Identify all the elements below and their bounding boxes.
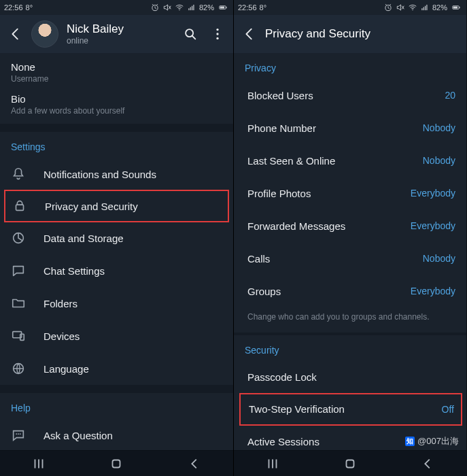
privacy-forwarded-messages[interactable]: Forwarded Messages Everybody bbox=[234, 209, 466, 242]
back-button[interactable] bbox=[8, 27, 23, 41]
status-battery: 82% bbox=[432, 3, 447, 12]
divider bbox=[0, 385, 233, 393]
search-button[interactable] bbox=[183, 27, 198, 41]
value: Nobody bbox=[423, 155, 455, 166]
android-navbar bbox=[0, 450, 233, 476]
signal-icon bbox=[420, 3, 430, 12]
back-button[interactable] bbox=[242, 27, 257, 41]
nav-back-button[interactable] bbox=[187, 456, 202, 471]
wifi-icon bbox=[175, 3, 184, 12]
status-bar: 22:56 8° 82% bbox=[0, 0, 233, 15]
battery-icon bbox=[217, 3, 229, 12]
value: Everybody bbox=[411, 188, 455, 199]
alarm-icon bbox=[150, 3, 160, 12]
security-two-step-verification[interactable]: Two-Step Verification Off bbox=[239, 393, 462, 426]
settings-data-storage[interactable]: Data and Storage bbox=[0, 222, 233, 254]
avatar[interactable] bbox=[31, 20, 58, 48]
username-value: None bbox=[11, 61, 222, 73]
globe-icon bbox=[11, 361, 26, 376]
alarm-icon bbox=[383, 3, 393, 12]
pie-icon bbox=[11, 231, 26, 245]
privacy-profile-photos[interactable]: Profile Photos Everybody bbox=[234, 177, 466, 209]
value: Everybody bbox=[411, 220, 455, 231]
username-block[interactable]: None Username bbox=[0, 53, 233, 92]
settings-devices[interactable]: Devices bbox=[0, 320, 233, 352]
username-label: Username bbox=[11, 74, 222, 84]
status-temp: 8° bbox=[260, 3, 267, 12]
section-privacy: Privacy bbox=[234, 53, 466, 79]
divider bbox=[0, 124, 233, 132]
settings-folders[interactable]: Folders bbox=[0, 287, 233, 320]
privacy-groups[interactable]: Groups Everybody bbox=[234, 275, 466, 307]
privacy-last-seen[interactable]: Last Seen & Online Nobody bbox=[234, 144, 466, 177]
value: 20 bbox=[445, 90, 455, 101]
privacy-phone-number[interactable]: Phone Number Nobody bbox=[234, 112, 466, 144]
section-settings: Settings bbox=[0, 132, 233, 158]
android-navbar bbox=[234, 450, 466, 476]
mute-icon bbox=[162, 3, 172, 12]
page-title: Privacy and Security bbox=[265, 27, 370, 41]
status-time: 22:56 bbox=[4, 3, 23, 12]
battery-icon bbox=[450, 3, 462, 12]
bell-icon bbox=[11, 167, 26, 182]
wifi-icon bbox=[408, 3, 417, 12]
watermark: 知 @007出海 bbox=[402, 434, 462, 449]
nav-home-button[interactable] bbox=[343, 456, 358, 471]
value: Everybody bbox=[411, 286, 455, 296]
watermark-logo: 知 bbox=[405, 437, 415, 446]
nav-back-button[interactable] bbox=[420, 456, 435, 471]
value: Off bbox=[442, 404, 454, 415]
section-help: Help bbox=[0, 393, 233, 419]
status-battery: 82% bbox=[199, 3, 214, 12]
help-ask[interactable]: Ask a Question bbox=[0, 419, 233, 450]
section-security: Security bbox=[234, 335, 466, 361]
bio-value: Bio bbox=[11, 93, 222, 105]
header-right: Privacy and Security bbox=[234, 15, 466, 53]
nav-home-button[interactable] bbox=[109, 456, 124, 471]
lock-icon bbox=[12, 199, 27, 214]
status-temp: 8° bbox=[26, 3, 33, 12]
signal-icon bbox=[187, 3, 196, 12]
header-left: Nick Bailey online bbox=[0, 15, 233, 53]
settings-chat[interactable]: Chat Settings bbox=[0, 254, 233, 287]
privacy-blocked-users[interactable]: Blocked Users 20 bbox=[234, 79, 466, 112]
value: Nobody bbox=[423, 253, 455, 264]
value: Nobody bbox=[423, 122, 455, 133]
bio-label: Add a few words about yourself bbox=[11, 106, 222, 116]
bio-block[interactable]: Bio Add a few words about yourself bbox=[0, 92, 233, 124]
privacy-footnote: Change who can add you to groups and cha… bbox=[234, 307, 466, 333]
nav-recent-button[interactable] bbox=[265, 456, 280, 471]
folder-icon bbox=[11, 296, 26, 311]
settings-notifications[interactable]: Notifications and Sounds bbox=[0, 158, 233, 190]
status-bar: 22:56 8° 82% bbox=[234, 0, 466, 15]
chat-question-icon bbox=[11, 428, 26, 443]
profile-status: online bbox=[67, 36, 124, 46]
more-button[interactable] bbox=[210, 27, 225, 41]
profile-name: Nick Bailey bbox=[67, 22, 124, 36]
screen-privacy: 22:56 8° 82% Privacy and Security Privac… bbox=[233, 0, 466, 476]
screen-settings: 22:56 8° 82% Nick Bailey online bbox=[0, 0, 233, 476]
watermark-text: @007出海 bbox=[417, 435, 459, 447]
chat-icon bbox=[11, 263, 26, 278]
privacy-calls[interactable]: Calls Nobody bbox=[234, 242, 466, 275]
mute-icon bbox=[396, 3, 405, 12]
settings-language[interactable]: Language bbox=[0, 352, 233, 385]
security-passcode-lock[interactable]: Passcode Lock bbox=[234, 361, 466, 394]
settings-privacy-security[interactable]: Privacy and Security bbox=[4, 190, 229, 222]
devices-icon bbox=[11, 328, 26, 343]
status-time: 22:56 bbox=[238, 3, 257, 12]
nav-recent-button[interactable] bbox=[31, 456, 46, 471]
